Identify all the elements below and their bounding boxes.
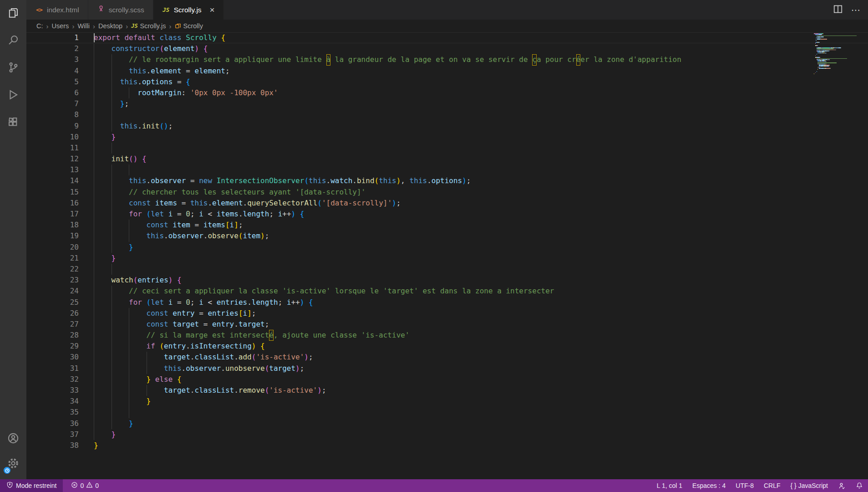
line-number[interactable]: 10 xyxy=(26,132,79,143)
code-line-13[interactable]: 13 xyxy=(26,164,868,175)
code-line-7[interactable]: 7}; xyxy=(26,98,868,109)
code-line-10[interactable]: 10} xyxy=(26,132,868,143)
code-line-34[interactable]: 34} xyxy=(26,396,868,407)
code-line-27[interactable]: 27const target = entry.target; xyxy=(26,319,868,330)
code-line-24[interactable]: 24// ceci sert a appliquer la classe 'is… xyxy=(26,286,868,297)
code-line-9[interactable]: 9this.init(); xyxy=(26,121,868,132)
code-line-21[interactable]: 21} xyxy=(26,253,868,264)
explorer-button[interactable] xyxy=(0,0,26,27)
line-number[interactable]: 38 xyxy=(26,440,79,451)
code-line-25[interactable]: 25for (let i = 0; i < entries.length; i+… xyxy=(26,297,868,308)
line-number[interactable]: 14 xyxy=(26,175,79,186)
code-line-12[interactable]: 12init() { xyxy=(26,154,868,164)
code-line-6[interactable]: 6rootMargin: '0px 0px -100px 0px' xyxy=(26,87,868,98)
breadcrumb-item-desktop[interactable]: Desktop xyxy=(98,22,122,30)
line-number[interactable]: 34 xyxy=(26,396,79,407)
code-line-16[interactable]: 16const items = this.element.querySelect… xyxy=(26,198,868,209)
line-number[interactable]: 31 xyxy=(26,363,79,374)
line-number[interactable]: 13 xyxy=(26,164,79,175)
line-number[interactable]: 12 xyxy=(26,154,79,164)
source-control-button[interactable] xyxy=(0,55,26,82)
minimap[interactable] xyxy=(814,32,859,74)
code-line-26[interactable]: 26const entry = entries[i]; xyxy=(26,308,868,319)
notifications-bell-button[interactable] xyxy=(851,479,868,492)
code-line-5[interactable]: 5this.options = { xyxy=(26,77,868,87)
line-number[interactable]: 23 xyxy=(26,275,79,286)
restricted-mode-item[interactable]: Mode restreint xyxy=(0,479,63,492)
line-number[interactable]: 26 xyxy=(26,308,79,319)
breadcrumb-item-c[interactable]: C: xyxy=(36,22,43,30)
extensions-button[interactable] xyxy=(0,109,26,137)
split-editor-button[interactable] xyxy=(833,4,843,16)
code-line-18[interactable]: 18const item = items[i]; xyxy=(26,220,868,231)
close-tab-icon[interactable]: × xyxy=(210,5,215,14)
line-number[interactable]: 4 xyxy=(26,66,79,77)
code-line-4[interactable]: 4this.element = element; xyxy=(26,66,868,77)
code-line-1[interactable]: 1export default class Scrolly { xyxy=(26,32,868,43)
line-number[interactable]: 5 xyxy=(26,77,79,87)
status-crlf[interactable]: CRLF xyxy=(759,479,786,492)
line-number[interactable]: 20 xyxy=(26,242,79,253)
line-number[interactable]: 36 xyxy=(26,418,79,429)
line-number[interactable]: 2 xyxy=(26,43,79,54)
feedback-person-button[interactable] xyxy=(833,479,851,492)
line-number[interactable]: 6 xyxy=(26,87,79,98)
line-number[interactable]: 17 xyxy=(26,209,79,220)
code-line-36[interactable]: 36} xyxy=(26,418,868,429)
problems-item[interactable]: 0 0 xyxy=(66,479,103,492)
account-button[interactable] xyxy=(0,426,26,451)
code-line-31[interactable]: 31this.observer.unobserve(target); xyxy=(26,363,868,374)
line-number[interactable]: 1 xyxy=(26,32,79,43)
code-line-29[interactable]: 29if (entry.isIntersecting) { xyxy=(26,341,868,352)
line-number[interactable]: 22 xyxy=(26,264,79,275)
more-actions-button[interactable]: ⋯ xyxy=(851,5,861,15)
code-line-30[interactable]: 30target.classList.add('is-active'); xyxy=(26,352,868,363)
breadcrumb-item-users[interactable]: Users xyxy=(52,22,69,30)
line-number[interactable]: 28 xyxy=(26,330,79,341)
line-number[interactable]: 9 xyxy=(26,121,79,132)
tab-scrolly.scss[interactable]: scrolly.scss xyxy=(88,0,153,20)
line-number[interactable]: 7 xyxy=(26,98,79,109)
breadcrumb-item-scrolly[interactable]: Scrolly xyxy=(175,22,203,30)
line-number[interactable]: 21 xyxy=(26,253,79,264)
tab-index.html[interactable]: <>index.html xyxy=(26,0,88,20)
status-espaces---4[interactable]: Espaces : 4 xyxy=(687,479,731,492)
code-line-20[interactable]: 20} xyxy=(26,242,868,253)
code-line-2[interactable]: 2constructor(element) { xyxy=(26,43,868,54)
tab-Scrolly.js[interactable]: JSScrolly.js× xyxy=(153,0,224,20)
code-line-11[interactable]: 11 xyxy=(26,143,868,154)
settings-button[interactable] xyxy=(0,451,26,477)
code-line-37[interactable]: 37} xyxy=(26,429,868,440)
code-line-17[interactable]: 17for (let i = 0; i < items.length; i++)… xyxy=(26,209,868,220)
breadcrumb-item-willi[interactable]: Willi xyxy=(77,22,90,30)
status-utf-8[interactable]: UTF-8 xyxy=(731,479,759,492)
code-line-19[interactable]: 19this.observer.observe(item); xyxy=(26,231,868,241)
code-line-32[interactable]: 32} else { xyxy=(26,374,868,385)
line-number[interactable]: 33 xyxy=(26,385,79,396)
line-number[interactable]: 27 xyxy=(26,319,79,330)
line-number[interactable]: 19 xyxy=(26,231,79,241)
line-number[interactable]: 3 xyxy=(26,54,79,65)
line-number[interactable]: 32 xyxy=(26,374,79,385)
line-number[interactable]: 24 xyxy=(26,286,79,297)
line-number[interactable]: 16 xyxy=(26,198,79,209)
code-line-15[interactable]: 15// chercher tous les selecteurs ayant … xyxy=(26,187,868,198)
code-line-14[interactable]: 14this.observer = new IntersectionObserv… xyxy=(26,175,868,186)
code-line-22[interactable]: 22 xyxy=(26,264,868,275)
code-line-35[interactable]: 35 xyxy=(26,407,868,418)
code-line-28[interactable]: 28// si la marge est intersecté, ajoute … xyxy=(26,330,868,341)
status-----javascript[interactable]: { } JavaScript xyxy=(786,479,833,492)
line-number[interactable]: 37 xyxy=(26,429,79,440)
run-debug-button[interactable] xyxy=(0,82,26,109)
status-l-1--col-1[interactable]: L 1, col 1 xyxy=(652,479,687,492)
code-line-3[interactable]: 3// le rootmargin sert a appliquer une l… xyxy=(26,54,868,65)
code-line-23[interactable]: 23watch(entries) { xyxy=(26,275,868,286)
line-number[interactable]: 18 xyxy=(26,220,79,231)
line-number[interactable]: 8 xyxy=(26,109,79,120)
code-line-33[interactable]: 33target.classList.remove('is-active'); xyxy=(26,385,868,396)
line-number[interactable]: 11 xyxy=(26,143,79,154)
line-number[interactable]: 15 xyxy=(26,187,79,198)
code-line-8[interactable]: 8 xyxy=(26,109,868,120)
line-number[interactable]: 25 xyxy=(26,297,79,308)
line-number[interactable]: 29 xyxy=(26,341,79,352)
